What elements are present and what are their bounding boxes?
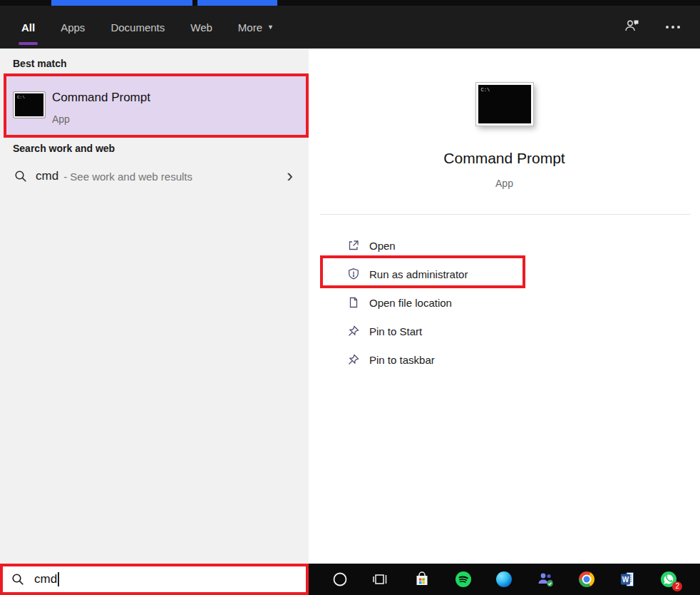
- tab-more[interactable]: More▼: [238, 6, 274, 49]
- tab-documents-label: Documents: [110, 21, 165, 34]
- whatsapp-icon[interactable]: 2: [659, 569, 679, 589]
- background-window-strip-segment: [51, 0, 192, 6]
- background-window-strip-segment: [197, 0, 277, 6]
- tab-apps-label: Apps: [61, 21, 85, 34]
- background-window-strip: [0, 0, 700, 6]
- teams-icon[interactable]: [535, 569, 555, 589]
- tab-web-label: Web: [190, 21, 212, 34]
- taskbar-search-input[interactable]: cmd: [0, 564, 309, 595]
- command-prompt-icon-large: C:\: [476, 83, 533, 126]
- action-list: Open Run as administrator Open file loca…: [309, 231, 700, 374]
- tab-documents[interactable]: Documents: [110, 6, 165, 49]
- preview-panel: C:\ Command Prompt App Open Run as admin…: [309, 49, 700, 564]
- folder-icon: [347, 296, 360, 309]
- best-match-subtitle: App: [52, 113, 70, 125]
- word-icon[interactable]: W: [618, 569, 638, 589]
- taskbar: W 2: [309, 564, 700, 595]
- search-icon: [11, 573, 24, 586]
- tab-all[interactable]: All: [21, 6, 35, 49]
- search-header: All Apps Documents Web More▼: [0, 6, 700, 49]
- action-pin-to-start-label: Pin to Start: [369, 325, 422, 337]
- taskbar-area: cmd: [0, 564, 700, 595]
- web-search-result[interactable]: cmd - See work and web results ›: [0, 160, 309, 193]
- tab-web[interactable]: Web: [190, 6, 212, 49]
- chrome-icon[interactable]: [577, 569, 597, 589]
- best-match-title: Command Prompt: [52, 91, 150, 105]
- search-input-value: cmd: [34, 572, 57, 586]
- best-match-heading: Best match: [13, 58, 66, 69]
- action-run-as-administrator[interactable]: Run as administrator: [309, 260, 700, 288]
- action-pin-to-taskbar-label: Pin to taskbar: [369, 354, 435, 366]
- preview-title: Command Prompt: [309, 150, 700, 167]
- tab-more-label: More: [238, 21, 262, 34]
- spotify-icon[interactable]: [453, 569, 473, 589]
- pin-icon: [347, 353, 360, 366]
- shield-icon: [347, 268, 360, 280]
- action-pin-to-start[interactable]: Pin to Start: [309, 317, 700, 345]
- search-icon: [14, 170, 27, 183]
- divider: [320, 214, 690, 215]
- header-actions: [624, 19, 680, 36]
- web-result-query: cmd: [36, 169, 58, 183]
- svg-text:W: W: [622, 576, 629, 584]
- action-open-label: Open: [369, 240, 396, 252]
- action-open[interactable]: Open: [309, 231, 700, 260]
- search-results-panel: Best match C:\ Command Prompt App Search…: [0, 49, 309, 564]
- web-section-heading: Search work and web: [13, 143, 115, 154]
- tab-all-label: All: [21, 21, 35, 34]
- action-pin-to-taskbar[interactable]: Pin to taskbar: [309, 345, 700, 374]
- search-filter-tabs: All Apps Documents Web More▼: [21, 6, 274, 49]
- edge-icon[interactable]: [494, 569, 514, 589]
- windows-search-overlay: All Apps Documents Web More▼ Best match …: [0, 0, 700, 595]
- feedback-icon[interactable]: [624, 19, 640, 36]
- action-open-file-location[interactable]: Open file location: [309, 288, 700, 317]
- more-options-icon[interactable]: [666, 26, 680, 29]
- chevron-down-icon: ▼: [267, 24, 274, 31]
- action-open-file-location-label: Open file location: [369, 297, 452, 309]
- web-result-suffix: - See work and web results: [63, 171, 192, 183]
- command-prompt-icon: C:\: [14, 92, 45, 118]
- best-match-result[interactable]: C:\ Command Prompt App: [4, 73, 309, 138]
- text-caret: [58, 572, 59, 586]
- store-icon[interactable]: [412, 569, 432, 589]
- pin-icon: [347, 325, 360, 337]
- launch-icon: [347, 239, 360, 252]
- action-run-as-administrator-label: Run as administrator: [369, 268, 468, 280]
- cortana-icon[interactable]: [330, 569, 350, 589]
- tab-apps[interactable]: Apps: [61, 6, 85, 49]
- chevron-right-icon[interactable]: ›: [287, 164, 293, 187]
- whatsapp-badge: 2: [672, 581, 682, 591]
- task-view-icon[interactable]: [371, 569, 391, 589]
- preview-subtitle: App: [309, 178, 700, 189]
